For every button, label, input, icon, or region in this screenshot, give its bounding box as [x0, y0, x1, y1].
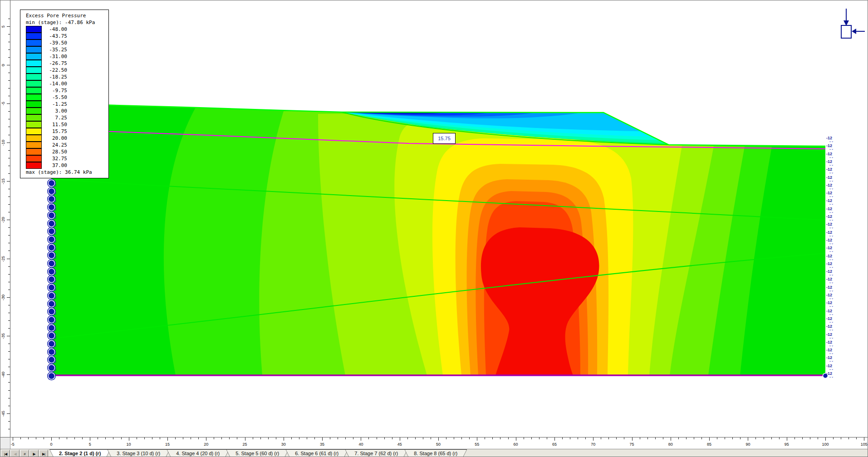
tab-nav-button[interactable]: # [20, 450, 29, 457]
ruler-label: -20 [1, 214, 6, 226]
ruler-label: -45 [1, 408, 6, 419]
boundary-mark: ⌄⌄ [829, 195, 834, 197]
stage-tab-label[interactable]: 4. Stage 4 (20 d) (r) [167, 450, 229, 457]
ruler-tick [59, 437, 59, 439]
legend-value: -1.25 [42, 101, 67, 107]
stage-tab[interactable]: 7. Stage 7 (62 d) (r) [345, 449, 407, 457]
stage-tab-label[interactable]: 8. Stage 8 (65 d) (r) [405, 450, 466, 457]
ruler-label: 0 [50, 442, 52, 447]
head-boundary-label: -12⌄⌄ [826, 277, 834, 283]
ruler-tick [198, 437, 199, 439]
boundary-mark: ⌄⌄ [829, 235, 834, 236]
boundary-mark: ⌄⌄ [829, 344, 834, 346]
ruler-tick [8, 266, 10, 267]
ruler-tick [183, 437, 183, 439]
ruler-tick [361, 437, 361, 441]
ruler-tick [7, 220, 10, 220]
boundary-mark: ⌄⌄ [829, 274, 834, 275]
head-mini-label: -12 [52, 296, 56, 300]
boundary-mark: ⌄⌄ [829, 321, 834, 323]
legend-color-swatch [26, 148, 42, 155]
ruler-tick [8, 158, 10, 158]
stage-tab-label[interactable]: 3. Stage 3 (10 d) (r) [108, 450, 169, 457]
head-boundary-label: -12⌄⌄ [826, 332, 834, 339]
head-mini-label: -12 [52, 224, 56, 227]
legend-panel: Excess Pore Pressure min (stage): -47.86… [20, 10, 109, 178]
ruler-label: 80 [668, 442, 673, 447]
stage-tab[interactable]: 5. Stage 5 (60 d) (r) [226, 449, 289, 457]
ruler-tick [13, 437, 13, 441]
head-mini-label: -12 [52, 248, 56, 251]
ruler-label: 5 [1, 20, 6, 32]
tab-nav-button[interactable]: ▶| [39, 450, 48, 457]
ruler-tick [113, 437, 113, 439]
ruler-tick [8, 421, 10, 422]
ruler-tick [400, 437, 400, 441]
head-mini-label: -12 [52, 360, 56, 364]
ruler-tick [601, 437, 601, 439]
ruler-tick [8, 42, 10, 42]
head-boundary-label: -12⌄⌄ [826, 348, 834, 354]
stage-tab[interactable]: 2. Stage 2 (1 d) (r) [49, 449, 110, 457]
stage-tab[interactable]: 8. Stage 8 (65 d) (r) [404, 449, 467, 457]
legend-value: 11.50 [42, 122, 67, 128]
ruler-tick [299, 437, 299, 439]
stage-tab-label[interactable]: 7. Stage 7 (62 d) (r) [345, 450, 407, 457]
ruler-tick [8, 429, 10, 429]
ruler-tick [191, 437, 191, 439]
ruler-tick [330, 437, 330, 439]
legend-value: -26.75 [42, 60, 67, 66]
ruler-tick [8, 227, 10, 228]
boundary-mark: ⌄⌄ [829, 337, 834, 339]
boundary-mark: ⌄⌄ [829, 376, 834, 378]
ruler-tick [28, 437, 29, 439]
ruler-tick [454, 437, 454, 439]
head-boundary-label: -12⌄⌄ [826, 300, 834, 307]
legend-row: -39.50 [26, 39, 108, 46]
ruler-label: 60 [514, 442, 518, 447]
contour-value-annotation[interactable]: 15.75 [433, 133, 456, 144]
ruler-tick [562, 437, 563, 439]
ruler-tick [8, 390, 10, 391]
ruler-label: -40 [1, 369, 6, 380]
boundary-mark: ⌄⌄ [829, 281, 834, 283]
head-boundary-label: -12⌄⌄ [826, 136, 834, 142]
boundary-mark: ⌄⌄ [829, 187, 834, 189]
ruler-corner [0, 437, 10, 449]
head-mini-label: -12 [52, 184, 56, 187]
legend-color-swatch [26, 46, 42, 53]
ruler-tick [8, 49, 10, 50]
ruler-tick [338, 437, 338, 439]
ruler-tick [8, 406, 10, 406]
ruler-tick [8, 398, 10, 398]
head-mini-label: -12 [52, 288, 56, 291]
boundary-mark: ⌄⌄ [829, 172, 834, 173]
head-mini-label: -12 [52, 280, 56, 283]
stage-tab[interactable]: 3. Stage 3 (10 d) (r) [107, 449, 170, 457]
ruler-tick [7, 336, 10, 336]
tab-nav-button[interactable]: |◀ [1, 450, 10, 457]
ruler-tick [7, 413, 10, 414]
tab-nav-button[interactable]: ◀ [10, 450, 20, 457]
ruler-label: 95 [785, 442, 789, 447]
head-mini-label: -12 [52, 336, 56, 339]
head-boundary-label: -12⌄⌄ [826, 214, 834, 221]
ruler-tick [764, 437, 764, 439]
ruler-tick [771, 437, 772, 439]
legend-row: 24.25 [26, 142, 108, 148]
stage-tab-label[interactable]: 6. Stage 6 (61 d) (r) [286, 450, 348, 457]
legend-title: Excess Pore Pressure [26, 12, 108, 19]
stage-tab-label[interactable]: 2. Stage 2 (1 d) (r) [50, 450, 110, 457]
ruler-tick [20, 437, 21, 439]
stage-tab[interactable]: 6. Stage 6 (61 d) (r) [285, 449, 348, 457]
head-boundary-label: -12⌄⌄ [826, 309, 834, 315]
head-boundary-label: -12⌄⌄ [826, 159, 834, 166]
ruler-tick [678, 437, 679, 439]
legend-row: 20.00 [26, 135, 108, 142]
stage-tab[interactable]: 4. Stage 4 (20 d) (r) [167, 449, 229, 457]
tab-nav-button[interactable]: ▶ [29, 450, 39, 457]
legend-value: -9.75 [42, 88, 67, 93]
legend-row: 11.50 [26, 121, 108, 128]
ruler-tick [7, 103, 10, 104]
stage-tab-label[interactable]: 5. Stage 5 (60 d) (r) [226, 450, 288, 457]
